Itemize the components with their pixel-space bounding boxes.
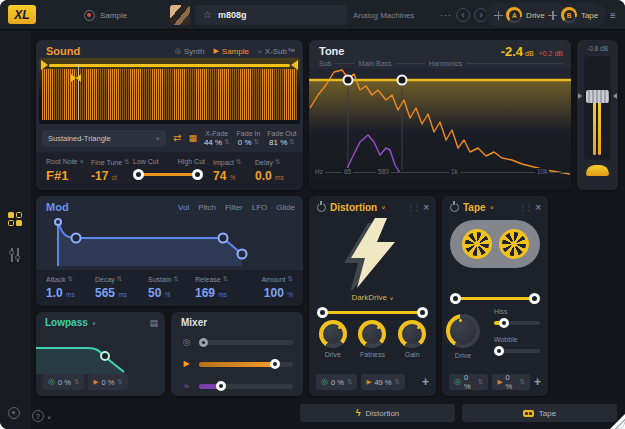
xfade-control[interactable]: X-Fade 44 %⇅ [204, 130, 230, 147]
synth-volume-handle[interactable] [199, 338, 208, 347]
high-cut-handle[interactable] [192, 169, 203, 180]
tone-band-labels: Sub Main Bass Harmonics [319, 60, 563, 67]
tab-synth[interactable]: ◎Synth [175, 47, 205, 56]
distortion-send-a[interactable]: ◎ 0 % ⇅ [316, 374, 357, 390]
envelope-display[interactable] [36, 212, 303, 270]
wobble-slider[interactable] [494, 346, 540, 356]
macro-a-knob[interactable]: A [506, 7, 522, 23]
stepper-icon[interactable]: ⇅ [254, 138, 259, 146]
drag-handle-icon[interactable]: ⋮⋮ [519, 204, 531, 212]
tape-range-handle-right[interactable] [529, 293, 540, 304]
add-modulation-button[interactable]: + [534, 375, 541, 389]
preset-artwork[interactable] [170, 5, 190, 25]
attack-control[interactable]: Attack⇅ 1.0 ms [46, 275, 75, 300]
preset-menu-button[interactable]: ··· [440, 0, 452, 30]
fx-chain-tape-button[interactable]: Tape [462, 404, 617, 422]
tape-drive-knob[interactable] [446, 314, 480, 348]
tape-title[interactable]: Tape [463, 202, 486, 213]
browser-grid-icon[interactable] [8, 212, 22, 226]
sample-start-handle[interactable] [41, 60, 48, 70]
drag-handle-icon[interactable]: ⋮⋮ [407, 204, 419, 212]
root-note-control[interactable]: Root Note∨ F#1 [46, 158, 84, 183]
macro-list-button[interactable]: ≡ [610, 0, 616, 30]
distortion-range-handle-right[interactable] [417, 307, 428, 318]
gain-knob[interactable] [398, 320, 426, 348]
stepper-icon[interactable]: ⇅ [224, 138, 229, 146]
app-logo[interactable]: XL [8, 5, 36, 24]
settings-gear-icon[interactable] [8, 407, 20, 419]
power-icon[interactable] [317, 203, 326, 212]
macro-a-assign-icon[interactable] [494, 11, 503, 20]
delay-control[interactable]: Delay⇅ 0.0 ms [255, 158, 284, 183]
fx-chain-distortion-button[interactable]: ϟ Distortion [300, 404, 455, 422]
output-fader-track[interactable] [584, 56, 611, 160]
limiter-dome-button[interactable] [586, 165, 609, 176]
crossfade-marker[interactable] [71, 74, 81, 82]
tape-range-slider[interactable] [450, 292, 540, 304]
help-menu[interactable]: ? ∨ [32, 410, 51, 422]
add-modulation-button[interactable]: + [422, 375, 429, 389]
lowpass-send-b[interactable]: ▶ 0 % ⇅ [88, 374, 127, 390]
record-sample-button[interactable]: Sample [84, 0, 127, 30]
filter-curve-display[interactable] [36, 334, 165, 374]
close-icon[interactable]: × [423, 202, 429, 213]
tab-filter[interactable]: Filter [225, 203, 243, 212]
sample-volume-handle[interactable] [270, 359, 280, 369]
waveform-select[interactable]: Sustained-Triangle ∨ [42, 130, 166, 147]
sample-range-bar[interactable] [49, 64, 290, 67]
distortion-algo-select[interactable]: DarkDrive ∨ [309, 293, 436, 302]
xsub-volume-handle[interactable] [216, 381, 226, 391]
macro-b-knob[interactable]: B [561, 7, 577, 23]
prev-preset-button[interactable]: ‹ [456, 8, 470, 22]
sample-waveform-display[interactable] [39, 58, 300, 124]
tape-send-b[interactable]: ▶ 0 % ⇅ [492, 374, 530, 390]
drive-knob[interactable] [319, 320, 347, 348]
distortion-range-slider[interactable] [317, 306, 428, 318]
power-icon[interactable] [450, 203, 459, 212]
output-fader-handle[interactable] [586, 90, 609, 103]
hiss-slider[interactable] [494, 318, 540, 328]
amount-control[interactable]: Amount⇅ 100 % [261, 275, 293, 300]
macro-b-assign-icon[interactable] [548, 11, 557, 20]
fatness-knob[interactable] [358, 320, 386, 348]
tab-sample[interactable]: ▶Sample [213, 47, 249, 56]
wobble-handle[interactable] [494, 346, 504, 356]
mixer-view-icon[interactable] [9, 248, 21, 262]
close-icon[interactable]: × [535, 202, 541, 213]
fadein-control[interactable]: Fade In 0 %⇅ [237, 130, 261, 147]
tab-sample-label: Sample [222, 47, 249, 56]
release-control[interactable]: Release⇅ 169 ms [195, 275, 228, 300]
lowpass-send-a[interactable]: ◎ 0 % ⇅ [43, 374, 84, 390]
cut-range-slider[interactable] [133, 168, 205, 180]
tape-send-b-value: 0 % [505, 373, 516, 391]
synth-volume-slider[interactable] [199, 340, 293, 345]
hiss-handle[interactable] [499, 318, 509, 328]
stepper-icon[interactable]: ⇅ [289, 138, 294, 146]
impact-control[interactable]: Impact⇅ 74 % [213, 158, 241, 183]
decay-control[interactable]: Decay⇅ 565 ms [95, 275, 127, 300]
distortion-title[interactable]: Distortion [330, 202, 377, 213]
sample-end-handle[interactable] [291, 60, 298, 70]
loop-icon[interactable]: ⇄ [173, 133, 181, 143]
distortion-send-b[interactable]: ▶ 49 % ⇅ [361, 374, 405, 390]
filter-type-icon[interactable]: ▤ [149, 318, 158, 328]
tape-send-a[interactable]: ◎ 0 % ⇅ [449, 374, 488, 390]
tape-range-handle-left[interactable] [450, 293, 461, 304]
synth-channel-icon: ◎ [181, 337, 192, 347]
keyboard-icon[interactable]: ▦ [188, 133, 197, 143]
fine-tune-control[interactable]: Fine Tune⇅ -17 ct [91, 158, 130, 183]
tab-glide[interactable]: Glide [276, 203, 295, 212]
sustain-control[interactable]: Sustain⇅ 50 % [148, 275, 179, 300]
sample-volume-slider[interactable] [199, 362, 293, 367]
tab-pitch[interactable]: Pitch [198, 203, 216, 212]
lowpass-title[interactable]: Lowpass [45, 317, 88, 328]
tab-xsub[interactable]: ≈X-Sub™ [258, 47, 295, 56]
low-cut-handle[interactable] [133, 169, 144, 180]
preset-selector[interactable]: ☆ m808g [195, 5, 347, 25]
tab-lfo[interactable]: LFO [252, 203, 268, 212]
xsub-volume-slider[interactable] [199, 384, 293, 389]
distortion-range-handle-left[interactable] [317, 307, 328, 318]
fadeout-control[interactable]: Fade Out 81 %⇅ [267, 130, 296, 147]
tab-vol[interactable]: Vol [178, 203, 189, 212]
favorite-star-icon[interactable]: ☆ [203, 10, 212, 20]
